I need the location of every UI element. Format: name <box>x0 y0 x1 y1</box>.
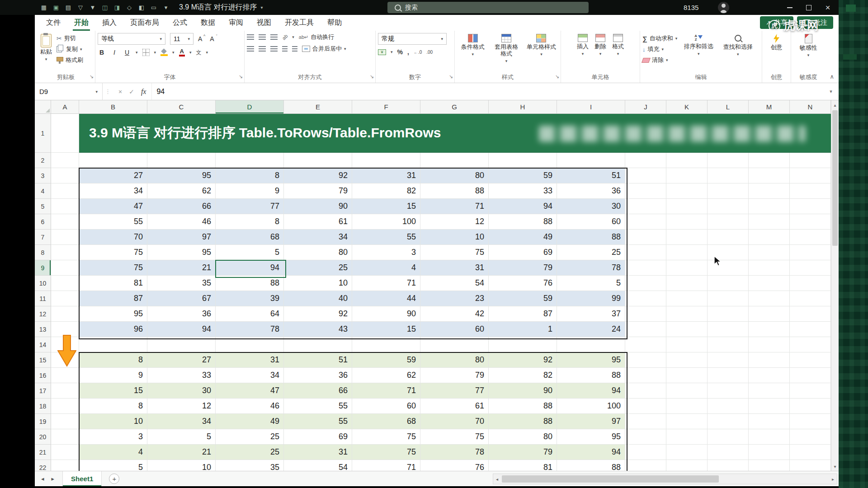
cell-B16[interactable]: 9 <box>79 368 147 383</box>
cell-A10[interactable] <box>51 276 79 291</box>
shape-icon[interactable]: ◇ <box>123 2 135 14</box>
cell-styles-button[interactable]: 单元格样式▾ <box>524 33 558 57</box>
cell-A7[interactable] <box>51 230 79 245</box>
cell-A5[interactable] <box>51 199 79 214</box>
cell-B15[interactable]: 8 <box>79 352 147 368</box>
cell-K4[interactable] <box>666 183 708 199</box>
cell-B6[interactable]: 55 <box>79 214 147 230</box>
cell-L7[interactable] <box>708 230 749 245</box>
column-header-K[interactable]: K <box>666 100 708 114</box>
wrap-text-button[interactable]: ab↵自动换行 <box>299 33 334 41</box>
font-name-select[interactable]: 等线▾ <box>98 33 165 45</box>
align-left-icon[interactable] <box>247 46 254 52</box>
cell-G8[interactable]: 75 <box>420 245 489 260</box>
column-header-D[interactable]: D <box>216 100 284 114</box>
cell-N12[interactable] <box>790 306 831 322</box>
cell-E10[interactable]: 10 <box>284 276 352 291</box>
cell-J19[interactable] <box>625 414 666 429</box>
cell-A12[interactable] <box>51 306 79 322</box>
cell-K6[interactable] <box>666 214 708 230</box>
ribbon-tab-8[interactable]: 视图 <box>250 15 278 31</box>
cell-L21[interactable] <box>708 445 749 460</box>
cell-N14[interactable] <box>790 337 831 352</box>
collapse-ribbon-icon[interactable]: ∧ <box>830 73 834 80</box>
cell-G15[interactable]: 80 <box>420 352 489 368</box>
cell-B12[interactable]: 95 <box>79 306 147 322</box>
expand-formula-bar-icon[interactable]: ▾ <box>823 89 839 94</box>
cell-H6[interactable]: 88 <box>489 214 557 230</box>
cell-A11[interactable] <box>51 291 79 306</box>
cell-I13[interactable]: 24 <box>557 322 625 337</box>
cell-I4[interactable]: 36 <box>557 183 625 199</box>
cell-G4[interactable]: 88 <box>420 183 489 199</box>
increase-decimal-icon[interactable]: ←.0 <box>414 50 422 55</box>
cell-B5[interactable]: 47 <box>79 199 147 214</box>
cell-A1[interactable] <box>51 114 79 153</box>
cell-C22[interactable]: 10 <box>147 460 216 471</box>
formula-input[interactable]: 94 <box>152 88 823 96</box>
add-sheet-button[interactable]: + <box>109 474 119 484</box>
cell-F8[interactable]: 3 <box>352 245 420 260</box>
cell-M8[interactable] <box>749 245 790 260</box>
cell-G18[interactable]: 61 <box>420 399 489 414</box>
cell-C5[interactable]: 66 <box>147 199 216 214</box>
cell-F7[interactable]: 55 <box>352 230 420 245</box>
cell-D5[interactable]: 77 <box>216 199 284 214</box>
cell-L13[interactable] <box>708 322 749 337</box>
cell-I7[interactable]: 88 <box>557 230 625 245</box>
cell-L6[interactable] <box>708 214 749 230</box>
cell-I8[interactable]: 25 <box>557 245 625 260</box>
workbook-icon[interactable]: ▭ <box>148 2 160 14</box>
cell-D2[interactable] <box>216 153 284 168</box>
cell-E12[interactable]: 92 <box>284 306 352 322</box>
select-all-corner[interactable] <box>35 100 51 114</box>
column-header-L[interactable]: L <box>708 100 749 114</box>
cell-H19[interactable]: 88 <box>489 414 557 429</box>
cell-A4[interactable] <box>51 183 79 199</box>
cell-I20[interactable]: 95 <box>557 429 625 445</box>
cell-M16[interactable] <box>749 368 790 383</box>
cell-K19[interactable] <box>666 414 708 429</box>
pivot-icon[interactable]: ◨ <box>111 2 123 14</box>
cell-N20[interactable] <box>790 429 831 445</box>
decrease-indent-icon[interactable] <box>282 46 288 52</box>
cell-H2[interactable] <box>489 153 557 168</box>
cell-M18[interactable] <box>749 399 790 414</box>
cell-F9[interactable]: 4 <box>352 260 420 276</box>
cell-A6[interactable] <box>51 214 79 230</box>
cell-K5[interactable] <box>666 199 708 214</box>
cell-H10[interactable]: 76 <box>489 276 557 291</box>
column-header-E[interactable]: E <box>284 100 352 114</box>
cell-J4[interactable] <box>625 183 666 199</box>
minimize-button[interactable] <box>780 0 799 15</box>
cell-D19[interactable]: 49 <box>216 414 284 429</box>
cell-B9[interactable]: 75 <box>79 260 147 276</box>
cell-E11[interactable]: 40 <box>284 291 352 306</box>
cell-E3[interactable]: 92 <box>284 168 352 183</box>
cell-D22[interactable]: 35 <box>216 460 284 471</box>
cell-J7[interactable] <box>625 230 666 245</box>
cell-C16[interactable]: 33 <box>147 368 216 383</box>
cell-L4[interactable] <box>708 183 749 199</box>
cell-D17[interactable]: 47 <box>216 383 284 399</box>
cell-M12[interactable] <box>749 306 790 322</box>
cell-N18[interactable] <box>790 399 831 414</box>
grid-icon[interactable]: ▦ <box>38 2 50 14</box>
filter-icon[interactable]: ▽ <box>75 2 86 14</box>
column-header-M[interactable]: M <box>749 100 790 114</box>
cell-I14[interactable] <box>557 337 625 352</box>
cell-B4[interactable]: 34 <box>79 183 147 199</box>
cell-F3[interactable]: 31 <box>352 168 420 183</box>
cell-A9[interactable] <box>51 260 79 276</box>
column-header-A[interactable]: A <box>51 100 79 114</box>
cell-K3[interactable] <box>666 168 708 183</box>
row-header-9[interactable]: 9 <box>35 260 51 276</box>
merge-center-button[interactable]: 合并后居中▾ <box>302 45 346 53</box>
scroll-up-icon[interactable]: ▴ <box>831 100 839 109</box>
cell-C18[interactable]: 12 <box>147 399 216 414</box>
cell-B19[interactable]: 10 <box>79 414 147 429</box>
cell-B10[interactable]: 81 <box>79 276 147 291</box>
cell-G11[interactable]: 23 <box>420 291 489 306</box>
cell-K11[interactable] <box>666 291 708 306</box>
cell-M22[interactable] <box>749 460 790 471</box>
